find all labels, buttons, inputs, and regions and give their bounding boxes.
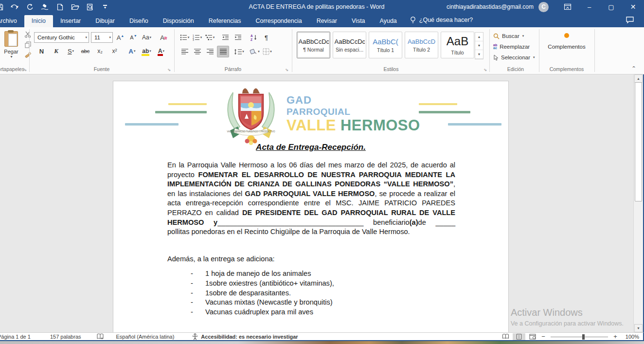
customize-qat-icon[interactable]: ▾ bbox=[101, 2, 109, 11]
font-color-button[interactable]: A▾ bbox=[156, 46, 167, 56]
collapse-ribbon-icon[interactable]: ⌃ bbox=[631, 65, 636, 72]
paste-button[interactable]: Pegar ▾ bbox=[0, 31, 22, 66]
zoom-level[interactable]: 100% bbox=[620, 334, 639, 340]
styles-more-icon[interactable]: ▼ bbox=[475, 50, 483, 59]
font-family-select[interactable]: Century Gothic ▾ bbox=[34, 32, 89, 43]
decrease-indent-button[interactable] bbox=[220, 32, 231, 43]
subscript-button[interactable]: x₂ bbox=[94, 46, 106, 56]
styles-dialog-launcher-icon[interactable] bbox=[483, 67, 488, 72]
align-right-button[interactable] bbox=[204, 46, 215, 57]
show-marks-button[interactable]: ¶ bbox=[261, 32, 272, 43]
styles-scroll-up-icon[interactable]: ▲ bbox=[475, 33, 483, 41]
tab-referencias[interactable]: Referencias bbox=[201, 15, 249, 28]
select-button[interactable]: Seleccionar▾ bbox=[493, 53, 535, 62]
align-left-button[interactable] bbox=[179, 46, 190, 57]
borders-button[interactable]: ▾ bbox=[262, 46, 273, 57]
multilevel-list-button[interactable]: ▾ bbox=[204, 32, 215, 43]
draw-eraser-icon[interactable] bbox=[40, 2, 49, 11]
comments-icon[interactable] bbox=[626, 16, 634, 26]
style-sin-espaciado[interactable]: AaBbCcDc Sin espaci... bbox=[333, 32, 366, 58]
increase-indent-button[interactable] bbox=[233, 32, 244, 43]
tab-diseno[interactable]: Diseño bbox=[122, 15, 156, 28]
replace-button[interactable]: abac Reemplazar bbox=[493, 42, 535, 52]
font-size-select[interactable]: 11 ▾ bbox=[91, 32, 113, 43]
redo-icon[interactable] bbox=[25, 2, 34, 11]
list-item: -Vacunas cuádruplex para mil aves bbox=[191, 308, 453, 317]
zoom-slider-thumb[interactable] bbox=[582, 334, 585, 340]
tell-me-search[interactable]: ¿Qué desea hacer? bbox=[404, 13, 479, 27]
scroll-down-icon[interactable]: ▼ bbox=[634, 324, 643, 332]
style-titulo[interactable]: AaB Título bbox=[441, 32, 474, 58]
tab-ayuda[interactable]: Ayuda bbox=[373, 15, 404, 28]
undo-dropdown-icon[interactable]: ▾ bbox=[16, 5, 18, 9]
tab-revisar[interactable]: Revisar bbox=[309, 15, 344, 28]
paragraph-dialog-launcher-icon[interactable] bbox=[284, 67, 289, 72]
word-count[interactable]: 157 palabras bbox=[44, 334, 88, 340]
tab-disposicion[interactable]: Disposición bbox=[156, 15, 201, 28]
proofing-icon[interactable] bbox=[90, 333, 110, 340]
scrollbar-thumb[interactable] bbox=[635, 82, 642, 201]
style-titulo-1[interactable]: AaBbC( Título 1 bbox=[369, 32, 402, 58]
change-case-button[interactable]: Aa▾ bbox=[141, 32, 152, 43]
strikethrough-button[interactable]: abc bbox=[80, 46, 91, 56]
numbering-button[interactable]: 123▾ bbox=[192, 32, 203, 43]
align-center-button[interactable] bbox=[192, 46, 203, 57]
document-page[interactable]: VALLE HERMOSO TURISTICO Y PRODUCTIVO GAD… bbox=[113, 81, 509, 332]
bullets-button[interactable]: ▾ bbox=[179, 32, 190, 43]
styles-scroll-down-icon[interactable]: ▼ bbox=[475, 41, 483, 50]
sort-button[interactable]: AZ bbox=[248, 32, 259, 43]
superscript-button[interactable]: x² bbox=[109, 46, 120, 56]
highlight-button[interactable]: ab▾ bbox=[141, 46, 152, 56]
chevron-down-icon: ▾ bbox=[109, 36, 111, 39]
clipboard-dialog-launcher-icon[interactable] bbox=[22, 67, 28, 72]
print-preview-icon[interactable] bbox=[86, 2, 94, 11]
undo-icon[interactable]: ▾ bbox=[10, 2, 19, 11]
print-layout-button[interactable] bbox=[513, 333, 525, 340]
tab-correspondencia[interactable]: Correspondencia bbox=[248, 15, 309, 28]
tab-dibujar[interactable]: Dibujar bbox=[88, 15, 122, 28]
open-folder-icon[interactable] bbox=[71, 2, 79, 11]
vertical-scrollbar[interactable]: ▲ ▼ bbox=[633, 74, 643, 332]
svg-text:VALLE HERMOSO TURISTICO Y PROD: VALLE HERMOSO TURISTICO Y PRODUCTIVO bbox=[227, 130, 275, 133]
language-indicator[interactable]: Español (América latina) bbox=[110, 334, 181, 340]
clear-formatting-button[interactable]: A◆ bbox=[158, 32, 169, 43]
tab-archivo[interactable]: Archivo bbox=[0, 15, 24, 28]
logo-line bbox=[419, 111, 470, 113]
page-indicator[interactable]: Página 1 de 1 bbox=[0, 334, 37, 340]
tab-insertar[interactable]: Insertar bbox=[53, 15, 88, 28]
addins-button[interactable]: Complementos bbox=[540, 33, 593, 50]
zoom-slider[interactable] bbox=[551, 333, 608, 340]
zoom-out-button[interactable]: − bbox=[540, 333, 547, 340]
web-layout-button[interactable] bbox=[526, 333, 539, 340]
avatar[interactable]: C bbox=[538, 2, 549, 12]
scroll-up-icon[interactable]: ▲ bbox=[634, 74, 643, 83]
lightbulb-icon bbox=[410, 16, 416, 24]
zoom-in-button[interactable]: + bbox=[612, 333, 619, 340]
bold-button[interactable]: N bbox=[36, 46, 47, 56]
minimize-button[interactable]: – bbox=[578, 0, 600, 14]
account-email[interactable]: cinthiayadirabastidas@gmail.com bbox=[447, 3, 534, 10]
line-spacing-button[interactable]: ▾ bbox=[233, 46, 245, 57]
group-estilos: AaBbCcDc ¶ Normal AaBbCcDc Sin espaci...… bbox=[293, 27, 489, 73]
new-document-icon[interactable] bbox=[55, 2, 64, 11]
style-titulo-2[interactable]: AaBbCcD Título 2 bbox=[405, 32, 438, 58]
accessibility-status[interactable]: Accesibilidad: es necesario investigar bbox=[185, 333, 304, 340]
group-parrafo: ▾ 123▾ ▾ AZ ¶ ▾ ▾ ▾ Párrafo bbox=[175, 27, 291, 73]
underline-button[interactable]: S▾ bbox=[65, 46, 76, 56]
find-button[interactable]: Buscar▾ bbox=[493, 31, 535, 41]
justify-button[interactable] bbox=[217, 46, 229, 57]
tab-vista[interactable]: Vista bbox=[344, 15, 373, 28]
shading-button[interactable]: ▾ bbox=[249, 46, 260, 57]
grow-font-button[interactable]: A▲ bbox=[115, 32, 126, 43]
font-dialog-launcher-icon[interactable] bbox=[166, 67, 172, 72]
read-mode-button[interactable] bbox=[499, 333, 512, 340]
save-icon[interactable] bbox=[0, 2, 4, 11]
italic-button[interactable]: K bbox=[51, 46, 62, 56]
tab-inicio[interactable]: Inicio bbox=[24, 15, 53, 28]
maximize-button[interactable]: ▢ bbox=[600, 0, 622, 14]
shrink-font-button[interactable]: A▼ bbox=[128, 32, 139, 43]
close-button[interactable]: ✕ bbox=[622, 0, 644, 14]
style-normal[interactable]: AaBbCcDc ¶ Normal bbox=[297, 32, 330, 58]
ribbon-display-options-icon[interactable] bbox=[556, 0, 578, 14]
text-effects-button[interactable]: A▾ bbox=[126, 46, 138, 56]
